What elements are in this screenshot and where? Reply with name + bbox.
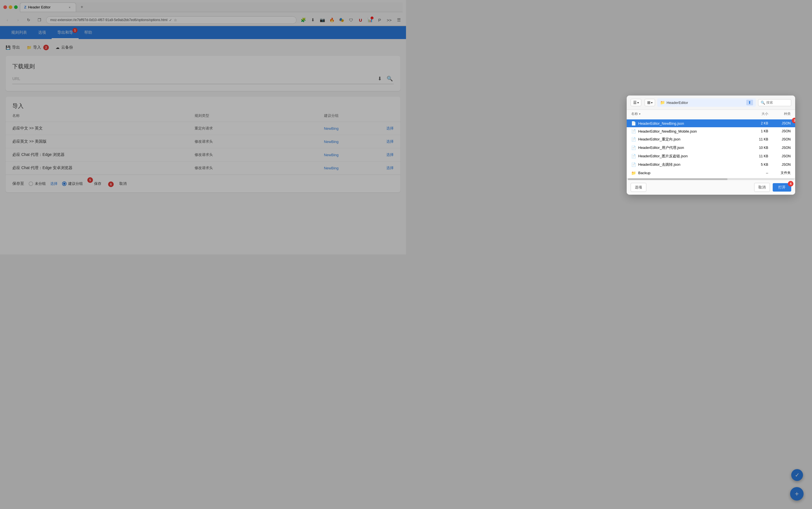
file-dialog-overlay: ☰ ▾ ⊞ ▾ 📁 HeaderEditor ⬆ 🔍 名称 bbox=[0, 0, 406, 254]
